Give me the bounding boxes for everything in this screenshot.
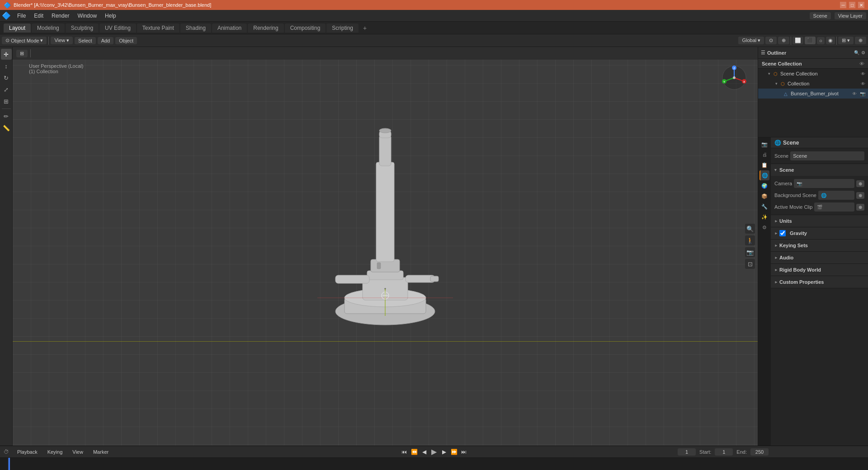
add-workspace-button[interactable]: + bbox=[359, 23, 370, 33]
tab-animation[interactable]: Animation bbox=[212, 24, 247, 33]
rigid-body-header[interactable]: ▾ Rigid Body World bbox=[771, 264, 868, 276]
select-menu[interactable]: Select bbox=[75, 37, 96, 44]
start-frame-input[interactable] bbox=[715, 448, 733, 456]
gizmo-toggle[interactable]: ⊕ bbox=[855, 37, 866, 44]
restrict-render-icon[interactable]: 📷 bbox=[860, 91, 865, 96]
jump-start-btn[interactable]: ⏮ bbox=[400, 447, 409, 456]
tab-layout[interactable]: Layout bbox=[4, 24, 31, 33]
frame-selected-btn[interactable]: ⊡ bbox=[745, 259, 755, 269]
tab-uv-editing[interactable]: UV Editing bbox=[99, 24, 136, 33]
annotate-tool[interactable]: ✏ bbox=[1, 111, 12, 122]
tab-scripting[interactable]: Scripting bbox=[326, 24, 359, 33]
viewport-3d[interactable]: ⊞ User Perspective (Local) (1) Collectio… bbox=[13, 47, 758, 446]
editor-type-btn[interactable]: ⊞ bbox=[16, 50, 28, 57]
scene-collection-label-bar: Scene Collection 👁 bbox=[758, 59, 868, 69]
view-menu-tl[interactable]: View bbox=[69, 448, 87, 456]
tab-rendering[interactable]: Rendering bbox=[248, 24, 283, 33]
maximize-button[interactable]: □ bbox=[849, 2, 855, 8]
tab-texture-paint[interactable]: Texture Paint bbox=[137, 24, 179, 33]
close-button[interactable]: ✕ bbox=[858, 2, 864, 8]
jump-end-btn[interactable]: ⏭ bbox=[459, 447, 468, 456]
add-menu[interactable]: Add bbox=[98, 37, 114, 44]
tab-shading[interactable]: Shading bbox=[180, 24, 211, 33]
restrict-viewport-icon[interactable]: 👁 bbox=[852, 91, 857, 96]
wireframe-shading[interactable]: ⬜ bbox=[793, 37, 803, 44]
audio-section-header[interactable]: ▾ Audio bbox=[771, 252, 868, 263]
snap-toggle[interactable]: ⊙ bbox=[765, 37, 777, 44]
tab-modeling[interactable]: Modeling bbox=[32, 24, 65, 33]
outliner-item-burner[interactable]: △ Bunsen_Burner_pivot 👁 📷 bbox=[758, 89, 868, 99]
menu-window[interactable]: Window bbox=[74, 12, 100, 20]
prop-tab-physics[interactable]: ⚙ bbox=[760, 222, 769, 232]
outliner-item-scene-collection[interactable]: ▾ ⬡ Scene Collection 👁 bbox=[758, 69, 868, 79]
walk-mode-btn[interactable]: 🚶 bbox=[745, 235, 755, 245]
tab-sculpting[interactable]: Sculpting bbox=[66, 24, 99, 33]
prop-tab-render[interactable]: 📷 bbox=[760, 139, 769, 149]
current-frame-input[interactable] bbox=[678, 448, 696, 456]
move-tool[interactable]: ↕ bbox=[1, 61, 12, 71]
zoom-in-btn[interactable]: 🔍 bbox=[745, 224, 755, 234]
prop-tab-output[interactable]: 🖨 bbox=[760, 150, 769, 160]
menu-file[interactable]: File bbox=[14, 12, 29, 20]
playback-menu[interactable]: Playback bbox=[14, 448, 41, 456]
prev-keyframe-btn[interactable]: ⏪ bbox=[410, 447, 419, 456]
outliner-eye-icon[interactable]: 👁 bbox=[859, 61, 864, 66]
prop-tab-scene[interactable]: 🌐 bbox=[760, 170, 769, 180]
background-scene-value[interactable]: 🌐 bbox=[818, 191, 854, 200]
menu-help[interactable]: Help bbox=[101, 12, 120, 20]
rotate-tool[interactable]: ↻ bbox=[1, 72, 12, 83]
solid-shading[interactable]: ⬛ bbox=[805, 37, 816, 44]
timeline-ruler[interactable] bbox=[0, 458, 868, 470]
view-menu[interactable]: View ▾ bbox=[51, 37, 73, 44]
rendered-preview[interactable]: ◉ bbox=[826, 37, 835, 44]
gravity-section-header[interactable]: ▾ Gravity bbox=[771, 227, 868, 239]
outliner-options-btn[interactable]: ⚙ bbox=[861, 50, 865, 55]
menu-render[interactable]: Render bbox=[48, 12, 73, 20]
prop-tab-modifier[interactable]: 🔧 bbox=[760, 202, 769, 212]
mode-selector[interactable]: ⊙ Object Mode ▾ bbox=[2, 37, 47, 44]
prop-tab-view-layer[interactable]: 📋 bbox=[760, 160, 769, 170]
keying-sets-header[interactable]: ▾ Keying Sets bbox=[771, 240, 868, 251]
bg-scene-browse-btn[interactable]: ⊕ bbox=[856, 192, 864, 199]
eye-icon-1[interactable]: 👁 bbox=[861, 81, 865, 86]
prop-tab-particles[interactable]: ✨ bbox=[760, 212, 769, 222]
menu-edit[interactable]: Edit bbox=[30, 12, 47, 20]
next-frame-btn[interactable]: ▶ bbox=[439, 447, 448, 456]
scene-selector[interactable]: Scene bbox=[810, 12, 831, 19]
movie-clip-browse-btn[interactable]: ⊕ bbox=[856, 204, 864, 211]
global-local-toggle[interactable]: Global ▾ bbox=[738, 37, 764, 44]
prop-tab-world[interactable]: 🌍 bbox=[760, 181, 769, 191]
scene-name-value[interactable]: Scene bbox=[790, 151, 864, 160]
overlays-toggle[interactable]: ⊞ ▾ bbox=[838, 37, 854, 44]
camera-value[interactable]: 📷 bbox=[794, 179, 854, 188]
keying-menu[interactable]: Keying bbox=[44, 448, 66, 456]
tab-compositing[interactable]: Compositing bbox=[285, 24, 326, 33]
object-menu[interactable]: Object bbox=[115, 37, 137, 44]
transform-tool[interactable]: ⊞ bbox=[1, 96, 12, 107]
proportional-edit[interactable]: ⊕ bbox=[778, 37, 789, 44]
custom-props-header[interactable]: ▾ Custom Properties bbox=[771, 276, 868, 288]
minimize-button[interactable]: ─ bbox=[840, 2, 846, 8]
marker-menu[interactable]: Marker bbox=[90, 448, 112, 456]
units-section-header[interactable]: ▾ Units bbox=[771, 215, 868, 227]
next-keyframe-btn[interactable]: ⏩ bbox=[449, 447, 458, 456]
gravity-checkbox[interactable] bbox=[779, 230, 786, 236]
scene-subsection-header[interactable]: ▾ Scene bbox=[771, 164, 868, 176]
prop-tab-object[interactable]: 📦 bbox=[760, 191, 769, 201]
outliner-filter-btn[interactable]: 🔍 bbox=[854, 50, 859, 55]
prev-frame-btn[interactable]: ◀ bbox=[420, 447, 429, 456]
scene-prop-icon: 🌐 bbox=[774, 140, 781, 146]
measure-tool[interactable]: 📏 bbox=[1, 122, 12, 133]
outliner-item-collection[interactable]: ▾ ⬡ Collection 👁 bbox=[758, 79, 868, 89]
view-layer-selector[interactable]: View Layer bbox=[835, 12, 866, 19]
cursor-tool[interactable]: ✛ bbox=[1, 49, 12, 60]
play-btn[interactable]: ▶ bbox=[429, 447, 439, 456]
active-movie-value[interactable]: 🎬 bbox=[814, 202, 854, 212]
material-preview[interactable]: ○ bbox=[817, 37, 825, 44]
end-frame-input[interactable] bbox=[750, 448, 769, 456]
camera-view-btn[interactable]: 📷 bbox=[745, 247, 755, 257]
eye-icon-0[interactable]: 👁 bbox=[861, 71, 865, 76]
camera-browse-btn[interactable]: ⊕ bbox=[856, 180, 864, 187]
scale-tool[interactable]: ⤢ bbox=[1, 84, 12, 95]
navigation-gizmo[interactable]: Z X Y bbox=[722, 65, 747, 90]
